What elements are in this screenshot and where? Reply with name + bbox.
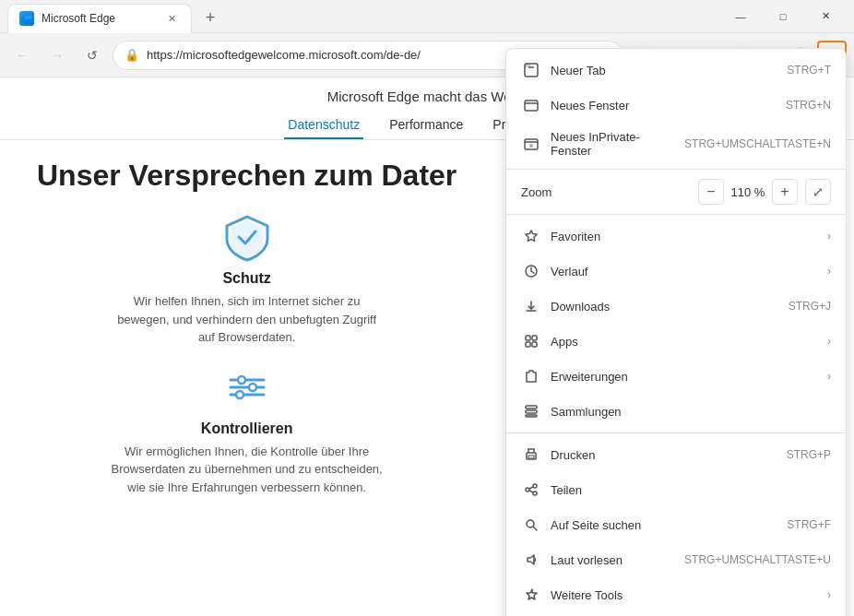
page-title-partial: Microsoft Edge macht das Web f [327,89,527,104]
svg-rect-19 [532,342,537,347]
new-tab-menu-icon [521,60,541,80]
find-label: Auf Seite suchen [551,518,779,532]
zoom-controls: − 110 % + ⤢ [698,179,831,205]
downloads-shortcut: STRG+J [789,300,831,313]
read-aloud-shortcut: STRG+UMSCHALTTASTE+U [684,553,831,566]
new-tab-button[interactable]: + [196,4,225,33]
feature-kontrollieren-desc: Wir ermöglichen Ihnen, die Kontrolle übe… [109,443,385,497]
edge-favicon [19,11,34,26]
menu-item-read-aloud[interactable]: Laut vorlesen STRG+UMSCHALTTASTE+U [506,542,846,577]
tab-close-button[interactable]: ✕ [163,10,180,27]
svg-rect-8 [525,64,530,67]
menu-item-downloads[interactable]: Downloads STRG+J [506,289,846,324]
svg-point-26 [533,492,537,495]
divider-1 [506,169,846,170]
svg-point-25 [533,484,537,488]
shield-icon [221,211,273,263]
extensions-arrow: › [827,370,831,383]
menu-item-apps[interactable]: Apps › [506,324,846,359]
svg-rect-22 [526,415,537,417]
read-aloud-label: Laut vorlesen [551,553,677,567]
menu-item-more-tools[interactable]: Weitere Tools › [506,577,846,612]
collections-menu-icon [521,401,541,421]
close-button[interactable]: ✕ [804,2,847,31]
tab-performance[interactable]: Performance [385,112,467,139]
maximize-button[interactable]: □ [762,2,804,31]
zoom-label: Zoom [521,185,698,199]
divider-2 [506,214,846,215]
history-label: Verlauf [551,265,827,278]
feature-kontrollieren: Kontrollieren Wir ermöglichen Ihnen, die… [37,361,457,497]
svg-point-27 [526,488,529,492]
menu-item-inprivate[interactable]: Neues InPrivate-Fenster STRG+UMSCHALTTAS… [506,123,846,165]
menu-item-share[interactable]: Teilen [506,472,846,507]
svg-rect-18 [526,342,530,347]
apps-arrow: › [827,335,831,348]
zoom-fullscreen-button[interactable]: ⤢ [805,179,831,205]
find-shortcut: STRG+F [787,518,831,531]
menu-item-find[interactable]: Auf Seite suchen STRG+F [506,507,846,542]
svg-point-13 [529,144,533,148]
svg-rect-17 [532,336,537,340]
feature-kontrollieren-title: Kontrollieren [201,421,293,437]
menu-item-new-tab[interactable]: Neuer Tab STRG+T [506,53,846,88]
svg-point-30 [527,520,534,527]
minimize-button[interactable]: — [719,2,762,31]
forward-button[interactable]: → [42,41,72,70]
print-label: Drucken [551,448,779,462]
window-controls: — □ ✕ [719,2,847,31]
page-main-left: Unser Versprechen zum Dater Schutz Wir h… [0,140,493,529]
lock-icon: 🔒 [125,48,139,62]
title-bar: Microsoft Edge ✕ + — □ ✕ [0,0,854,33]
zoom-minus-button[interactable]: − [698,179,724,205]
favorites-label: Favoriten [551,230,827,243]
share-icon [521,480,541,500]
menu-item-extensions[interactable]: Erweiterungen › [506,359,846,394]
collections-label: Sammlungen [551,405,831,419]
tab-strip: Microsoft Edge ✕ + [7,0,225,33]
menu-item-favorites[interactable]: Favoriten › [506,219,846,254]
zoom-row: Zoom − 110 % + ⤢ [506,173,846,210]
favorites-menu-icon [521,226,541,246]
downloads-icon [521,296,541,316]
menu-item-new-window[interactable]: Neues Fenster STRG+N [506,88,846,123]
history-icon [521,261,541,281]
svg-rect-20 [526,406,537,409]
tab-title: Microsoft Edge [42,12,156,25]
favorites-arrow: › [827,230,831,243]
feature-schutz: Schutz Wir helfen Ihnen, sich im Interne… [37,211,457,347]
read-aloud-icon [521,550,541,570]
svg-rect-24 [528,456,534,458]
back-button[interactable]: ← [7,41,37,70]
inprivate-icon [521,134,541,154]
zoom-plus-button[interactable]: + [772,179,798,205]
control-icon [221,361,273,413]
svg-line-31 [534,527,538,531]
new-window-shortcut: STRG+N [786,99,831,112]
browser-tab[interactable]: Microsoft Edge ✕ [7,4,192,33]
tab-datenschutz[interactable]: Datenschutz [284,112,363,139]
menu-item-history[interactable]: Verlauf › [506,254,846,289]
history-arrow: › [827,265,831,278]
menu-item-print[interactable]: Drucken STRG+P [506,437,846,472]
svg-rect-21 [526,410,537,413]
new-window-icon [521,95,541,115]
extensions-icon [521,366,541,386]
zoom-value: 110 % [728,185,768,199]
find-icon [521,515,541,535]
svg-rect-9 [525,101,538,111]
print-shortcut: STRG+P [787,448,831,461]
apps-label: Apps [551,335,827,349]
menu-item-collections[interactable]: Sammlungen [506,394,846,429]
svg-point-3 [238,376,245,384]
svg-point-4 [249,384,256,391]
more-tools-arrow: › [827,588,831,601]
svg-rect-16 [526,336,530,340]
inprivate-label: Neues InPrivate-Fenster [551,130,677,158]
page-main-heading: Unser Versprechen zum Dater [37,159,457,193]
refresh-button[interactable]: ↺ [77,41,107,70]
svg-point-5 [236,391,243,398]
new-tab-label: Neuer Tab [551,64,779,77]
new-tab-shortcut: STRG+T [787,64,831,77]
divider-3 [506,432,846,433]
